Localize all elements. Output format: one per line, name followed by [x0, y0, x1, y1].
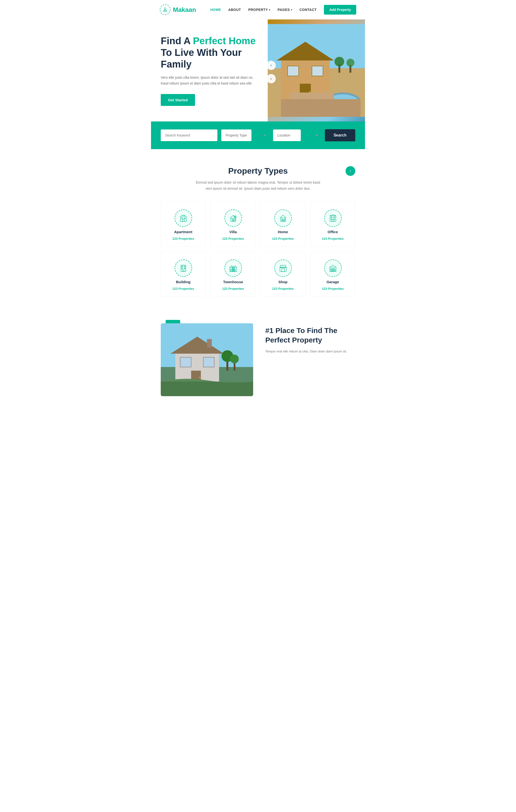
svg-rect-65 [180, 357, 191, 367]
apartment-icon [174, 209, 192, 227]
hero-image-area: ‹ › [268, 20, 365, 121]
svg-rect-7 [288, 66, 299, 76]
home-name: Home [278, 230, 288, 234]
search-keyword-input[interactable] [161, 129, 217, 141]
hero-description: Vero elitr justo clita lorem. Ipsum dolo… [161, 75, 258, 86]
property-types-grid: Apartment 123 Properties Villa 123 Prope… [161, 201, 355, 296]
pages-dropdown-icon: ▾ [291, 8, 292, 11]
property-types-section: Property Types Eirmod sed ipsum dolor si… [151, 149, 365, 309]
section-description: Eirmod sed ipsum dolor sit rebum labore … [195, 179, 321, 192]
apartment-name: Apartment [174, 230, 192, 234]
garage-count: 123 Properties [322, 287, 344, 290]
villa-count: 123 Properties [222, 237, 244, 240]
garage-icon [324, 259, 342, 277]
type-card-home[interactable]: Home 123 Properties [261, 201, 305, 246]
svg-point-31 [284, 221, 284, 221]
svg-rect-37 [332, 220, 334, 222]
about-description: Tempor erat elitr rebum at clita. Diam d… [265, 349, 355, 354]
svg-rect-52 [281, 269, 284, 271]
nav: HOME ABOUT PROPERTY ▾ PAGES ▾ CONTACT Ad… [210, 5, 356, 14]
apartment-count: 123 Properties [172, 237, 194, 240]
svg-rect-8 [312, 66, 323, 76]
type-card-office[interactable]: Office 123 Properties [310, 201, 355, 246]
home-icon [274, 209, 292, 227]
logo[interactable]: Makaan [160, 4, 196, 15]
type-card-villa[interactable]: Villa 123 Properties [211, 201, 255, 246]
section-header: Property Types Eirmod sed ipsum dolor si… [161, 166, 355, 192]
shop-name: Shop [278, 280, 288, 284]
building-icon [174, 259, 192, 277]
office-count: 123 Properties [322, 237, 344, 240]
shop-icon [274, 259, 292, 277]
type-card-garage[interactable]: Garage 123 Properties [310, 252, 355, 296]
nav-about[interactable]: ABOUT [228, 8, 241, 12]
svg-rect-41 [182, 268, 183, 269]
add-property-button[interactable]: Add Property [324, 5, 356, 14]
nav-pages[interactable]: PAGES ▾ [277, 8, 292, 12]
about-image-area [161, 323, 253, 396]
svg-point-14 [334, 57, 344, 66]
svg-rect-29 [284, 219, 285, 220]
svg-rect-43 [183, 270, 184, 271]
svg-point-68 [199, 377, 200, 378]
logo-icon [160, 4, 170, 15]
about-image [161, 323, 253, 396]
svg-rect-25 [234, 219, 235, 220]
svg-rect-39 [182, 266, 183, 267]
hero-title: Find A Perfect Home To Live With Your Fa… [161, 35, 258, 70]
svg-rect-48 [230, 269, 232, 271]
building-count: 123 Properties [172, 287, 194, 290]
svg-rect-64 [207, 339, 212, 348]
header: Makaan HOME ABOUT PROPERTY ▾ PAGES ▾ CON… [151, 0, 365, 20]
svg-rect-35 [331, 219, 332, 220]
svg-rect-22 [182, 220, 184, 222]
location-select[interactable]: Location New York Los Angeles Chicago Ho… [273, 129, 301, 141]
type-card-townhouse[interactable]: Townhouse 123 Properties [211, 252, 255, 296]
shop-count: 123 Properties [272, 287, 294, 290]
nav-home[interactable]: HOME [210, 8, 221, 12]
about-section: #1 Place To Find The Perfect Property Te… [151, 309, 365, 411]
svg-rect-17 [281, 99, 361, 117]
hero-section: Find A Perfect Home To Live With Your Fa… [151, 20, 365, 121]
building-name: Building [176, 280, 191, 284]
svg-rect-66 [203, 357, 214, 367]
about-title: #1 Place To Find The Perfect Property [265, 326, 355, 345]
svg-rect-36 [334, 219, 335, 220]
home-count: 123 Properties [272, 237, 294, 240]
townhouse-name: Townhouse [223, 280, 243, 284]
townhouse-icon [224, 259, 242, 277]
svg-rect-18 [290, 92, 334, 99]
svg-rect-20 [182, 218, 183, 219]
logo-text: Makaan [173, 6, 196, 13]
property-type-select[interactable]: Property Type Apartment Villa Home Offic… [221, 129, 251, 141]
svg-point-0 [164, 8, 166, 10]
svg-rect-50 [235, 269, 235, 271]
nav-contact[interactable]: CONTACT [299, 8, 317, 12]
hero-content: Find A Perfect Home To Live With Your Fa… [151, 20, 268, 121]
garage-name: Garage [327, 280, 339, 284]
search-bar: Property Type Apartment Villa Home Offic… [151, 121, 365, 149]
type-card-shop[interactable]: Shop 123 Properties [261, 252, 305, 296]
type-card-building[interactable]: Building 123 Properties [161, 252, 206, 296]
nav-property[interactable]: PROPERTY ▾ [248, 8, 270, 12]
office-name: Office [328, 230, 338, 234]
svg-rect-73 [161, 382, 253, 396]
search-button[interactable]: Search [325, 129, 355, 141]
about-content: #1 Place To Find The Perfect Property Te… [265, 323, 355, 354]
svg-rect-1 [164, 10, 166, 12]
hero-image [268, 20, 365, 121]
type-card-apartment[interactable]: Apartment 123 Properties [161, 201, 206, 246]
svg-rect-40 [184, 266, 185, 267]
get-started-button[interactable]: Get Started [161, 94, 195, 106]
svg-rect-42 [184, 268, 185, 269]
scroll-top-button[interactable]: ↑ [346, 166, 355, 176]
property-type-select-wrapper: Property Type Apartment Villa Home Offic… [221, 129, 269, 141]
svg-point-16 [347, 59, 355, 67]
svg-point-72 [230, 355, 239, 364]
villa-name: Villa [229, 230, 237, 234]
villa-icon [224, 209, 242, 227]
location-select-wrapper: Location New York Los Angeles Chicago Ho… [273, 129, 321, 141]
section-title: Property Types [161, 166, 355, 176]
svg-rect-34 [334, 217, 335, 218]
svg-rect-27 [281, 218, 286, 222]
